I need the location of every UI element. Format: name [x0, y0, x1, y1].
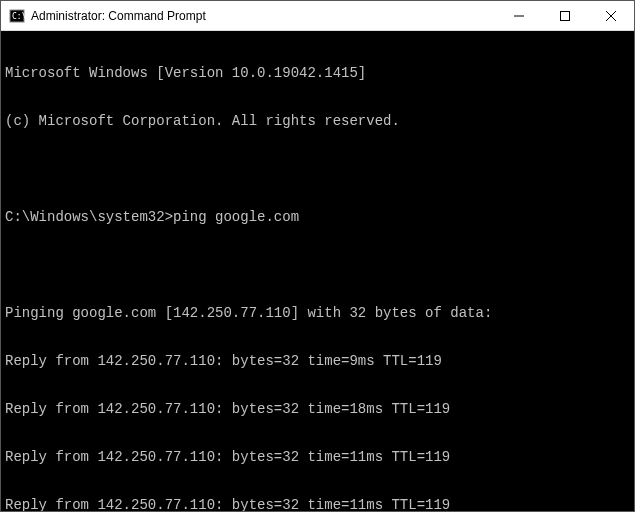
svg-text:C:\: C:\ — [12, 12, 25, 21]
reply-line: Reply from 142.250.77.110: bytes=32 time… — [5, 449, 630, 465]
blank-line — [5, 257, 630, 273]
window-controls — [496, 1, 634, 30]
cmd-icon: C:\ — [9, 8, 25, 24]
close-button[interactable] — [588, 1, 634, 30]
blank-line — [5, 161, 630, 177]
command-text: ping google.com — [173, 209, 299, 225]
version-line: Microsoft Windows [Version 10.0.19042.14… — [5, 65, 630, 81]
command-prompt-window: C:\ Administrator: Command Prompt Micros… — [0, 0, 635, 512]
prompt-path: C:\Windows\system32> — [5, 209, 173, 225]
titlebar[interactable]: C:\ Administrator: Command Prompt — [1, 1, 634, 31]
prompt-line: C:\Windows\system32>ping google.com — [5, 209, 630, 225]
terminal-output[interactable]: Microsoft Windows [Version 10.0.19042.14… — [1, 31, 634, 511]
reply-line: Reply from 142.250.77.110: bytes=32 time… — [5, 353, 630, 369]
pinging-line: Pinging google.com [142.250.77.110] with… — [5, 305, 630, 321]
window-title: Administrator: Command Prompt — [31, 9, 496, 23]
reply-line: Reply from 142.250.77.110: bytes=32 time… — [5, 497, 630, 511]
copyright-line: (c) Microsoft Corporation. All rights re… — [5, 113, 630, 129]
svg-rect-3 — [561, 11, 570, 20]
maximize-button[interactable] — [542, 1, 588, 30]
minimize-button[interactable] — [496, 1, 542, 30]
reply-line: Reply from 142.250.77.110: bytes=32 time… — [5, 401, 630, 417]
